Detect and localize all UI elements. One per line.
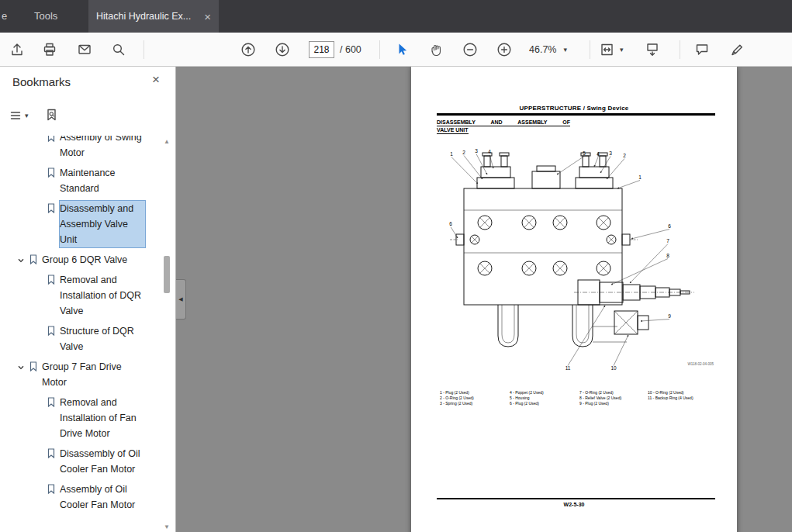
- part-entry: 6 - Plug (2 Used): [510, 401, 544, 406]
- document-tab-title: Hitachi Hydraulic Ex...: [96, 11, 199, 22]
- share-icon: [9, 42, 25, 57]
- figure-reference: W118-02-04-005: [636, 362, 714, 366]
- bookmark-label: Removal and Installation of DQR Valve: [60, 272, 145, 319]
- bookmark-label: Assembly of Oil Cooler Fan Motor: [60, 482, 145, 513]
- email-icon: [77, 42, 92, 57]
- bookmark-label: Group 6 DQR Valve: [42, 252, 144, 268]
- svg-text:4: 4: [488, 149, 491, 154]
- chevron-down-icon[interactable]: [17, 364, 25, 371]
- chevron-down-icon: ▾: [25, 112, 29, 119]
- bookmark-icon: [47, 397, 56, 407]
- home-tab-partial[interactable]: e: [2, 0, 7, 33]
- bookmark-label: Group 7 Fan Drive Motor: [42, 359, 144, 390]
- comment-button[interactable]: [690, 38, 714, 61]
- scroll-up-arrow[interactable]: ▲: [161, 138, 173, 145]
- fit-width-icon: [599, 42, 616, 57]
- select-tool-button[interactable]: [390, 38, 413, 61]
- page-up-icon: [240, 42, 256, 57]
- svg-text:2: 2: [462, 150, 465, 155]
- search-button[interactable]: [107, 38, 130, 61]
- bookmark-item[interactable]: Disassembly of Oil Cooler Fan Motor: [0, 446, 157, 477]
- page-number-footer: W2-5-30: [411, 502, 737, 507]
- hand-tool-button[interactable]: [425, 38, 448, 61]
- bookmark-icon: [47, 203, 56, 213]
- svg-text:1: 1: [450, 151, 453, 157]
- hand-tool-icon: [429, 42, 444, 57]
- bookmark-group[interactable]: Group 7 Fan Drive Motor: [0, 359, 157, 390]
- footer-rule: [437, 498, 715, 499]
- collapse-sidebar-handle[interactable]: ◀: [176, 279, 186, 320]
- bookmark-icon: [47, 136, 56, 142]
- bookmark-item-selected[interactable]: Disassembly and Assembly Valve Unit: [0, 201, 157, 247]
- tab-document[interactable]: Hitachi Hydraulic Ex... ×: [88, 0, 219, 33]
- zoom-in-button[interactable]: [493, 38, 516, 61]
- bookmark-item[interactable]: Structure of DQR Valve: [0, 323, 157, 354]
- close-panel-icon[interactable]: ×: [152, 73, 160, 86]
- print-button[interactable]: [38, 38, 61, 61]
- pdf-page: UPPERSTRUCTURE / Swing Device DISASSEMBL…: [411, 67, 737, 532]
- email-button[interactable]: [73, 38, 96, 61]
- parts-column: 4 - Poppet (2 Used) 5 - Housing 6 - Plug…: [510, 390, 544, 406]
- bookmark-item[interactable]: Maintenance Standard: [0, 165, 157, 196]
- bookmark-label: Maintenance Standard: [60, 165, 145, 196]
- bookmark-item[interactable]: Assembly of Oil Cooler Fan Motor: [0, 482, 157, 513]
- svg-text:7: 7: [666, 238, 669, 244]
- zoom-out-icon: [462, 42, 478, 57]
- toolbar-separator: [144, 40, 144, 59]
- zoom-out-button[interactable]: [458, 38, 482, 61]
- find-current-bookmark-button[interactable]: [44, 108, 60, 123]
- next-page-button[interactable]: [271, 38, 294, 61]
- part-entry: 1 - Plug (2 Used): [440, 390, 474, 396]
- bookmark-group[interactable]: Group 6 DQR Valve: [0, 252, 157, 268]
- part-entry: 10 - O-Ring (2 Used): [648, 390, 693, 396]
- scrolling-mode-icon: [645, 42, 660, 57]
- bookmark-item[interactable]: Assembly of Swing Motor: [0, 136, 157, 161]
- valve-unit-diagram: 123454321667891110: [434, 140, 718, 373]
- chevron-down-icon: ▾: [563, 47, 567, 54]
- page-down-icon: [275, 42, 290, 57]
- part-entry: 3 - Spring (2 Used): [440, 401, 474, 406]
- svg-text:4: 4: [597, 151, 600, 157]
- parts-column: 7 - O-Ring (2 Used) 8 - Relief Valve (2 …: [579, 390, 621, 406]
- scroll-down-arrow[interactable]: ▼: [161, 523, 173, 530]
- acrobat-window: e Tools Hitachi Hydraulic Ex... × / 600: [0, 0, 792, 532]
- print-icon: [42, 42, 57, 57]
- scrolling-mode-button[interactable]: [641, 38, 664, 61]
- page-fit-dropdown[interactable]: ▾: [596, 33, 627, 67]
- bookmark-label: Disassembly of Oil Cooler Fan Motor: [60, 446, 145, 477]
- comment-bubble-icon: [694, 42, 710, 57]
- svg-text:3: 3: [475, 148, 478, 154]
- bookmark-options-button[interactable]: ▾: [9, 109, 29, 123]
- close-tab-icon[interactable]: ×: [204, 11, 211, 22]
- svg-text:6: 6: [668, 223, 671, 229]
- chevron-down-icon[interactable]: [17, 257, 25, 264]
- section-title-line2: VALVE UNIT: [437, 127, 469, 134]
- share-button[interactable]: [5, 38, 29, 61]
- header-rule: [437, 113, 715, 116]
- bookmark-icon: [47, 168, 56, 178]
- svg-text:10: 10: [610, 365, 617, 371]
- parts-column: 10 - O-Ring (2 Used) 11 - Backup Ring (4…: [648, 390, 693, 401]
- bookmark-label: Disassembly and Assembly Valve Unit: [60, 201, 145, 247]
- tab-bar: e Tools Hitachi Hydraulic Ex... ×: [0, 0, 792, 33]
- toolbar-separator: [379, 40, 380, 59]
- zoom-level-dropdown[interactable]: 46.7% ▾: [524, 33, 572, 67]
- page-header: UPPERSTRUCTURE / Swing Device: [411, 105, 737, 112]
- tab-tools[interactable]: Tools: [28, 0, 64, 33]
- part-entry: 2 - O-Ring (2 Used): [440, 396, 474, 401]
- svg-text:5: 5: [583, 150, 586, 156]
- previous-page-button[interactable]: [237, 38, 260, 61]
- part-entry: 11 - Backup Ring (4 Used): [648, 396, 693, 401]
- bookmark-item[interactable]: Removal and Installation of DQR Valve: [0, 272, 157, 319]
- find-bookmark-icon: [44, 108, 60, 123]
- part-entry: 8 - Relief Valve (2 Used): [579, 396, 621, 401]
- zoom-in-icon: [496, 42, 512, 57]
- bookmarks-scrollbar[interactable]: ▲ ▼: [161, 138, 173, 530]
- part-entry: 5 - Housing: [510, 396, 544, 401]
- page-number-input[interactable]: [309, 41, 334, 58]
- highlight-pen-icon: [729, 42, 745, 57]
- bookmarks-list: Assembly of Swing Motor Maintenance Stan…: [0, 136, 157, 532]
- bookmark-item[interactable]: Removal and Installation of Fan Drive Mo…: [0, 395, 157, 441]
- highlight-button[interactable]: [725, 38, 749, 61]
- scrollbar-thumb[interactable]: [164, 256, 170, 293]
